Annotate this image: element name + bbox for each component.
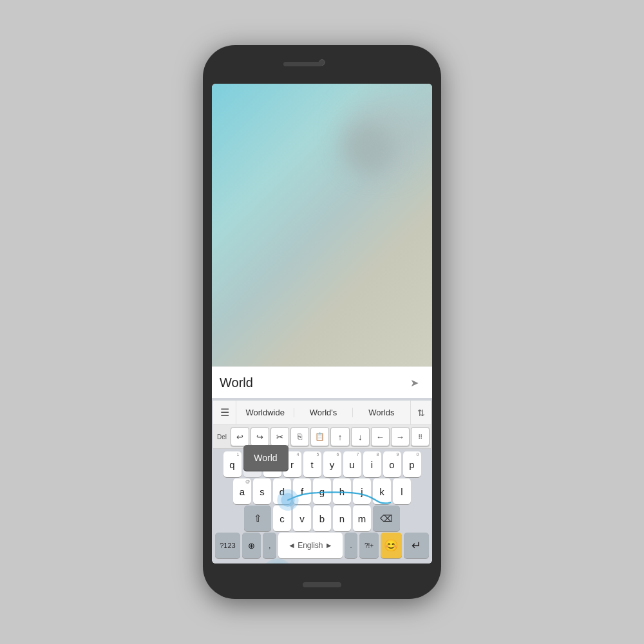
toolbar-copy2[interactable]: ⎘ xyxy=(290,427,309,446)
suggestions-menu-button[interactable]: ☰ xyxy=(213,401,236,424)
send-icon: ➤ xyxy=(410,377,419,389)
send-button[interactable]: ➤ xyxy=(404,372,424,393)
key-t[interactable]: 5t xyxy=(303,451,321,477)
toolbar-down[interactable]: ↓ xyxy=(351,427,370,446)
keyboard-rows: 1q 2w World 3e 4r 5t xyxy=(213,449,431,561)
key-shift[interactable]: ⇧ xyxy=(244,506,271,531)
del-label: Del xyxy=(214,433,229,440)
toolbar-dots[interactable]: ⠿ xyxy=(411,427,430,446)
key-period[interactable]: . xyxy=(345,533,357,558)
suggestions-expand-button[interactable]: ⇅ xyxy=(410,401,431,424)
key-o[interactable]: 9o xyxy=(383,451,401,477)
toolbar-cut[interactable]: ✂ xyxy=(270,427,289,446)
key-backspace[interactable]: ⌫ xyxy=(373,506,400,531)
world-popup: World xyxy=(243,445,289,471)
toolbar-redo[interactable]: ↪ xyxy=(251,427,269,446)
key-comma[interactable]: , xyxy=(263,533,276,558)
key-k[interactable]: k xyxy=(373,478,391,504)
key-space[interactable]: ◄ English ► xyxy=(278,533,343,558)
input-bar: World ➤ xyxy=(212,366,432,398)
touch-indicator xyxy=(261,558,294,564)
key-c[interactable]: c xyxy=(273,506,291,531)
key-special[interactable]: ?!+ xyxy=(359,533,379,558)
keyboard: ☰ Worldwide World's Worlds ⇅ xyxy=(212,398,432,564)
screen: World ➤ ☰ Worldwide World's xyxy=(212,84,432,564)
suggestion-worldwide[interactable]: Worldwide xyxy=(236,408,294,417)
input-text[interactable]: World xyxy=(220,375,404,390)
toolbar-undo[interactable]: ↩ xyxy=(231,427,249,446)
key-move[interactable]: ⊕ xyxy=(242,533,261,558)
key-b[interactable]: b xyxy=(313,506,331,531)
suggestions-bar: ☰ Worldwide World's Worlds ⇅ xyxy=(213,401,431,425)
suggestion-worlds[interactable]: World's xyxy=(294,408,352,417)
key-v[interactable]: v xyxy=(293,506,311,531)
key-d[interactable]: d xyxy=(273,478,291,504)
key-s[interactable]: s xyxy=(253,478,271,504)
phone-home-bar[interactable] xyxy=(303,582,341,587)
keyboard-bottom-row: ?123 ⊕ , ◄ English ► . ?!+ 😊 ↵ xyxy=(215,533,429,558)
key-j[interactable]: j xyxy=(353,478,371,504)
keyboard-row-2: @a s d f g h j k l xyxy=(215,478,429,504)
key-f[interactable]: f xyxy=(293,478,311,504)
toolbar-left[interactable]: ← xyxy=(371,427,390,446)
phone-speaker xyxy=(283,62,322,66)
toolbar-right[interactable]: → xyxy=(391,427,410,446)
key-a[interactable]: @a xyxy=(233,478,251,504)
key-h[interactable]: h xyxy=(333,478,351,504)
toolbar-paste[interactable]: 📋 xyxy=(310,427,329,446)
key-m[interactable]: m xyxy=(353,506,371,531)
key-g[interactable]: g xyxy=(313,478,331,504)
wallpaper xyxy=(212,84,432,366)
key-y[interactable]: 6y xyxy=(323,451,341,477)
key-u[interactable]: 7u xyxy=(343,451,361,477)
key-q[interactable]: 1q xyxy=(223,451,242,477)
key-n[interactable]: n xyxy=(333,506,351,531)
key-i[interactable]: 8i xyxy=(363,451,381,477)
suggestions-list: Worldwide World's Worlds xyxy=(236,408,410,417)
keyboard-row-1: 1q 2w World 3e 4r 5t xyxy=(215,451,429,477)
suggestion-worldss[interactable]: Worlds xyxy=(353,408,410,417)
key-enter[interactable]: ↵ xyxy=(404,533,429,558)
key-l[interactable]: l xyxy=(393,478,411,504)
expand-icon: ⇅ xyxy=(417,408,425,418)
toolbar-up[interactable]: ↑ xyxy=(330,427,349,446)
key-emoji[interactable]: 😊 xyxy=(381,533,402,558)
keyboard-row-3: ⇧ c v b n m ⌫ xyxy=(215,506,429,531)
menu-icon: ☰ xyxy=(220,406,229,419)
key-p[interactable]: 0p xyxy=(403,451,421,477)
key-numbers[interactable]: ?123 xyxy=(215,533,240,558)
phone-shell: World ➤ ☰ Worldwide World's xyxy=(203,45,441,599)
